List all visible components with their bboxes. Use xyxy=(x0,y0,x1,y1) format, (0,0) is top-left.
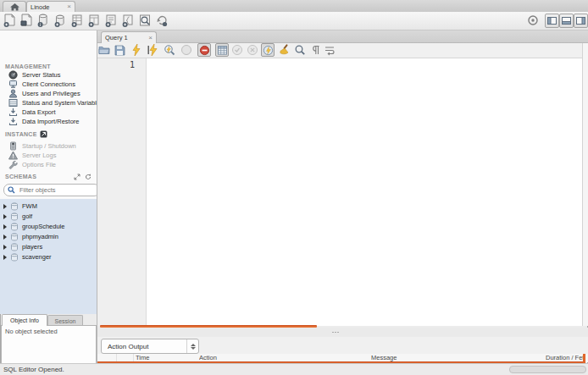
schema-item[interactable]: golf xyxy=(0,212,97,222)
editor-gutter: 1 xyxy=(97,58,147,326)
schema-item[interactable]: groupSchedule xyxy=(0,222,97,232)
schema-item[interactable]: scavenger xyxy=(0,252,97,262)
instance-badge-icon xyxy=(40,130,47,138)
sidebar-item-data-import[interactable]: Data Import/Restore xyxy=(0,117,97,126)
sidebar-item-startup-shutdown[interactable]: Startup / Shutdown xyxy=(0,141,97,151)
create-function-icon[interactable] xyxy=(121,14,135,28)
tab-object-info[interactable]: Object Info xyxy=(2,314,47,326)
sidebar-item-options-file[interactable]: Options File xyxy=(0,160,97,169)
schema-icon xyxy=(10,202,19,211)
schema-icon xyxy=(10,233,19,241)
schema-icon xyxy=(10,243,19,251)
refresh-icon[interactable] xyxy=(85,174,92,180)
sql-editor-canvas[interactable] xyxy=(147,58,582,326)
sidebar-item-users-privileges[interactable]: Users and Privileges xyxy=(0,89,97,98)
schema-filter-input[interactable] xyxy=(18,185,89,195)
stop-icon[interactable] xyxy=(180,43,193,57)
limit-rows-icon[interactable] xyxy=(215,43,229,57)
schema-item[interactable]: players xyxy=(0,242,97,252)
connection-tab-linode[interactable]: Linode × xyxy=(26,1,75,12)
output-toolbar: Action Output xyxy=(97,337,588,354)
document-tabbar: Linode × xyxy=(0,0,588,13)
schema-icon xyxy=(10,223,19,231)
editor-vscrollbar-lane[interactable] xyxy=(583,43,588,326)
output-view-label: Action Output xyxy=(102,343,186,350)
user-icon xyxy=(8,89,18,98)
toggle-stop-on-error-icon[interactable] xyxy=(197,43,211,57)
tab-query-1[interactable]: Query 1 × xyxy=(101,31,157,43)
save-script-icon[interactable] xyxy=(113,43,126,57)
sidebar-item-data-export[interactable]: Data Export xyxy=(0,108,97,117)
warning-icon xyxy=(8,151,18,160)
sidebar-item-client-connections[interactable]: Client Connections xyxy=(0,80,97,89)
spinner-icon[interactable] xyxy=(186,339,198,353)
toggle-left-sidebar-button[interactable] xyxy=(545,14,559,28)
inspector-icon[interactable] xyxy=(36,14,50,28)
schema-icon xyxy=(10,212,19,221)
preferences-icon[interactable] xyxy=(527,14,541,29)
toggle-autocommit-icon[interactable] xyxy=(261,43,275,57)
execute-current-icon[interactable] xyxy=(146,43,159,57)
commit-icon[interactable] xyxy=(230,43,244,57)
home-icon xyxy=(10,3,19,11)
toggle-word-wrap-icon[interactable] xyxy=(323,43,336,57)
create-procedure-icon[interactable] xyxy=(104,14,118,28)
status-message: SQL Editor Opened. xyxy=(3,364,64,375)
data-import-icon xyxy=(8,117,18,126)
explain-icon[interactable] xyxy=(163,43,176,57)
new-sql-tab-icon[interactable] xyxy=(3,14,16,28)
create-view-icon[interactable] xyxy=(87,14,101,28)
main-toolbar xyxy=(0,12,588,30)
create-schema-icon[interactable] xyxy=(53,14,67,28)
object-info-message: No object selected xyxy=(5,328,58,335)
close-icon[interactable]: × xyxy=(67,3,71,10)
instance-section-title: INSTANCE xyxy=(5,131,37,137)
close-icon[interactable]: × xyxy=(148,35,153,41)
data-export-icon xyxy=(8,108,18,117)
toggle-right-sidebar-button[interactable] xyxy=(574,14,588,28)
output-view-select[interactable]: Action Output xyxy=(101,339,199,354)
navigator-sidebar: MANAGEMENT Server Status Client Connecti… xyxy=(0,30,97,314)
expander-icon[interactable] xyxy=(3,224,7,229)
search-data-icon[interactable] xyxy=(138,14,152,28)
sidebar-item-status-system-variables[interactable]: Status and System Variables xyxy=(0,98,97,108)
status-bar: SQL Editor Opened. xyxy=(0,363,588,375)
schema-filter xyxy=(3,184,97,196)
hscrollbar-thumb[interactable] xyxy=(509,366,586,373)
search-icon xyxy=(8,186,15,194)
home-tab[interactable] xyxy=(3,1,26,12)
server-status-icon xyxy=(8,70,18,80)
schema-list: FWM golf groupSchedule phpmyadmin player xyxy=(0,199,97,314)
connection-tab-label: Linode xyxy=(31,3,64,11)
schema-item[interactable]: FWM xyxy=(0,201,97,212)
toggle-invisible-chars-icon[interactable] xyxy=(309,43,323,57)
output-splitter[interactable] xyxy=(97,328,588,337)
wrench-icon xyxy=(8,160,18,169)
splitter-grip-icon xyxy=(331,331,340,334)
expander-icon[interactable] xyxy=(3,245,7,250)
editor-tabbar: Query 1 × xyxy=(97,30,588,43)
status-variables-icon xyxy=(8,98,18,108)
expander-icon[interactable] xyxy=(3,255,7,260)
reconnect-icon[interactable] xyxy=(155,14,169,28)
expander-icon[interactable] xyxy=(3,204,7,209)
open-sql-script-icon[interactable] xyxy=(19,14,33,28)
beautify-icon[interactable] xyxy=(277,43,291,57)
toggle-output-area-button[interactable] xyxy=(559,14,574,28)
schemas-section-title: SCHEMAS xyxy=(5,174,36,179)
sidebar-item-server-status[interactable]: Server Status xyxy=(0,70,97,80)
object-info-panel: No object selected xyxy=(1,325,97,364)
expand-panel-icon[interactable] xyxy=(74,174,80,180)
find-icon[interactable] xyxy=(293,43,307,57)
output-vscrollbar-thumb[interactable] xyxy=(583,354,585,363)
schema-item[interactable]: phpmyadmin xyxy=(0,232,97,242)
execute-icon[interactable] xyxy=(130,43,143,57)
rollback-icon[interactable] xyxy=(246,43,259,57)
open-script-icon[interactable] xyxy=(97,43,111,57)
line-number: 1 xyxy=(97,60,135,69)
sidebar-item-server-logs[interactable]: Server Logs xyxy=(0,151,97,160)
client-connections-icon xyxy=(8,80,18,89)
expander-icon[interactable] xyxy=(3,214,7,219)
create-table-icon[interactable] xyxy=(70,14,84,28)
expander-icon[interactable] xyxy=(3,234,7,240)
